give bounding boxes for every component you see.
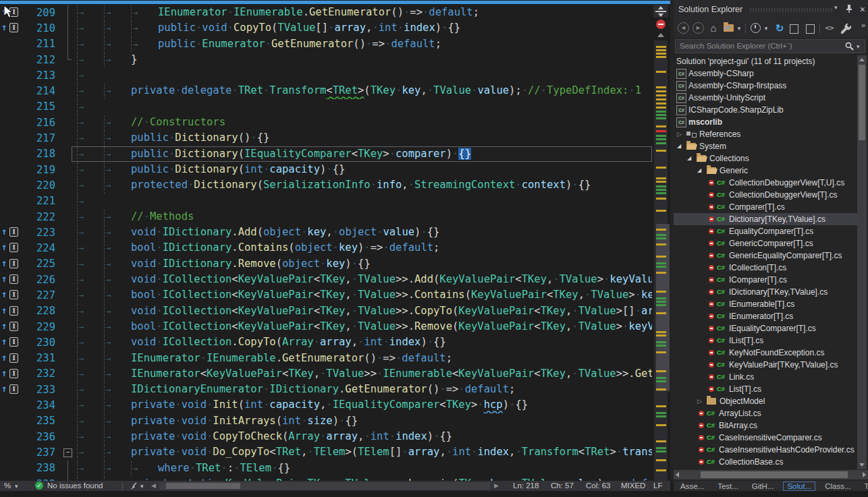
- code-text[interactable]: →→bool·ICollection<KeyValuePair<TKey,·TV…: [72, 319, 652, 334]
- back-icon[interactable]: ◄: [678, 22, 689, 34]
- scroll-up-arrow[interactable]: [657, 33, 664, 37]
- tree-row-arraylist-cs[interactable]: C#ArrayList.cs: [674, 407, 857, 419]
- line-number[interactable]: 230: [18, 337, 62, 349]
- properties-wrench-icon[interactable]: [840, 22, 852, 34]
- implements-interface-icon[interactable]: ↑I: [0, 20, 18, 36]
- tree-row-solution-project-gui-11-of-11-projects-[interactable]: Solution 'project-gui' (11 of 11 project…: [674, 55, 857, 67]
- code-line-224[interactable]: ↑I224→→bool·IDictionary.Contains(object·…: [0, 240, 652, 256]
- scrollbar-thumb[interactable]: [166, 483, 240, 489]
- implements-interface-icon[interactable]: ↑I: [0, 287, 18, 303]
- sync-dropdown-icon[interactable]: ▾: [736, 22, 742, 34]
- code-line-212[interactable]: 212→→}: [0, 52, 652, 67]
- line-number[interactable]: 217: [18, 132, 62, 144]
- line-number[interactable]: 221: [18, 195, 62, 207]
- editor-split-handle-icon[interactable]: [653, 5, 668, 18]
- line-number[interactable]: 238: [18, 462, 62, 474]
- code-text[interactable]: →→}: [72, 52, 652, 67]
- tree-row-idictionary-tkey-tvalue-cs[interactable]: C#IDictionary[TKey,TValue].cs: [674, 286, 857, 298]
- line-number[interactable]: 233: [18, 384, 62, 396]
- line-number[interactable]: 218: [18, 148, 62, 160]
- panel-tab-solut[interactable]: Solut...: [783, 481, 815, 491]
- editor-vertical-scrollbar[interactable]: [652, 0, 670, 481]
- tree-row-caseinsensitivehashcodeprovider-cs[interactable]: C#CaseInsensitiveHashCodeProvider.cs: [674, 444, 857, 456]
- code-text[interactable]: →: [72, 99, 652, 115]
- line-number[interactable]: 227: [18, 289, 62, 301]
- code-line-223[interactable]: ↑I223→→void·IDictionary.Add(object·key,·…: [0, 225, 652, 240]
- code-text[interactable]: →→→IEnumerator·IEnumerable.GetEnumerator…: [72, 5, 652, 20]
- tree-row-ilist-t-cs[interactable]: C#IList[T].cs: [674, 334, 857, 347]
- code-cleanup-broom-icon[interactable]: [130, 482, 139, 490]
- cleanup-dropdown-icon[interactable]: ▾: [140, 483, 147, 490]
- line-number[interactable]: 235: [18, 415, 62, 427]
- implements-interface-icon[interactable]: ↑I: [0, 319, 18, 334]
- sync-with-active-document-icon[interactable]: ⇄: [724, 24, 734, 32]
- line-number[interactable]: 210: [18, 22, 62, 34]
- tree-row-iequalitycomparer-t-cs[interactable]: C#IEqualityComparer[T].cs: [674, 322, 857, 334]
- line-number[interactable]: 211: [18, 38, 62, 50]
- code-text[interactable]: →→private·void·CopyToCheck(Array·array,·…: [72, 429, 652, 444]
- panel-tab-class[interactable]: Class...: [821, 482, 855, 490]
- tree-row-assembly-csharp[interactable]: C#Assembly-CSharp: [674, 67, 857, 80]
- tree-row-references[interactable]: ▷References: [674, 128, 857, 140]
- expander-expanded-icon[interactable]: ◢: [677, 143, 681, 150]
- tree-horizontal-scrollbar[interactable]: [674, 470, 868, 479]
- line-number[interactable]: 222: [18, 211, 62, 223]
- code-line-227[interactable]: ↑I227→→bool·ICollection<KeyValuePair<TKe…: [0, 287, 652, 303]
- expander-collapsed-icon[interactable]: ▷: [697, 398, 702, 405]
- tree-row-collections[interactable]: ◢Collections: [674, 152, 857, 165]
- code-text[interactable]: →→//·Constructors: [72, 115, 652, 130]
- code-line-228[interactable]: ↑I228→→void·ICollection<KeyValuePair<TKe…: [0, 303, 652, 319]
- code-text[interactable]: →→void·ICollection.CopyTo(Array·array,·i…: [72, 334, 652, 350]
- code-line-211[interactable]: 211→→→public·Enumerator·GetEnumerator()·…: [0, 36, 652, 52]
- code-line-214[interactable]: 214→→private·delegate·TRet·Transform<TRe…: [0, 83, 652, 98]
- tree-row-collectiondebuggerview-t-cs[interactable]: C#CollectionDebuggerView[T].cs: [674, 189, 857, 201]
- code-text[interactable]: →→public·Dictionary()·{}: [72, 130, 652, 146]
- code-line-226[interactable]: ↑I226→→void·ICollection<KeyValuePair<TKe…: [0, 272, 652, 287]
- collapse-all-icon[interactable]: [790, 22, 802, 34]
- implements-interface-icon[interactable]: ↑I: [0, 351, 18, 366]
- filter-dropdown-icon[interactable]: ▾: [763, 22, 769, 34]
- code-area[interactable]: ↑I209→→→IEnumerator·IEnumerable.GetEnume…: [0, 3, 652, 481]
- code-text[interactable]: →→IEnumerator<KeyValuePair<TKey,·TValue>…: [72, 366, 652, 382]
- code-text[interactable]: →→void·ICollection<KeyValuePair<TKey,·TV…: [72, 303, 652, 319]
- tree-row-list-t-cs[interactable]: C#List[T].cs: [674, 383, 857, 395]
- code-line-234[interactable]: 234→→private·void·Init(int·capacity,·IEq…: [0, 397, 652, 413]
- panel-tab-asse[interactable]: Asse...: [676, 482, 708, 490]
- tree-row-system[interactable]: ◢System: [674, 140, 857, 152]
- line-number[interactable]: 228: [18, 305, 62, 317]
- code-line-219[interactable]: 219→→public·Dictionary(int·capacity)·{}: [0, 162, 652, 177]
- tree-row-icsharpcode-sharpziplib[interactable]: C#ICSharpCode.SharpZipLib: [674, 104, 857, 116]
- tree-row-mscorlib[interactable]: C#mscorlib: [674, 116, 857, 128]
- line-number[interactable]: 226: [18, 274, 62, 286]
- scrollbar-thumb[interactable]: [859, 65, 865, 140]
- code-line-213[interactable]: 213→: [0, 67, 652, 83]
- tree-row-collectionbase-cs[interactable]: C#CollectionBase.cs: [674, 456, 857, 468]
- code-line-235[interactable]: 235→→private·void·InitArrays(int·size)·{…: [0, 413, 652, 429]
- code-line-217[interactable]: 217→→public·Dictionary()·{}: [0, 130, 652, 146]
- zoom-dropdown-icon[interactable]: ▾: [15, 483, 22, 490]
- search-options-dropdown-icon[interactable]: ▾: [857, 43, 863, 50]
- forward-icon[interactable]: ►: [693, 22, 704, 34]
- code-text[interactable]: →→bool·ICollection<KeyValuePair<TKey,·TV…: [72, 287, 652, 303]
- code-line-221[interactable]: 221→: [0, 194, 652, 209]
- code-text[interactable]: →→private·static·KeyValuePair<TKey,·TVal…: [72, 476, 652, 481]
- code-line-220[interactable]: 220→→protected·Dictionary(SerializationI…: [0, 177, 652, 193]
- code-text[interactable]: →→private·delegate·TRet·Transform<TRet>(…: [72, 83, 652, 98]
- code-line-236[interactable]: 236→→private·void·CopyToCheck(Array·arra…: [0, 429, 652, 444]
- code-line-218[interactable]: 218→→public·Dictionary(IEqualityComparer…: [0, 146, 652, 162]
- code-line-231[interactable]: ↑I231→→IEnumerator·IEnumerable.GetEnumer…: [0, 351, 652, 366]
- code-text[interactable]: →→private·void·InitArrays(int·size)·{}: [72, 413, 652, 429]
- code-line-215[interactable]: 215→: [0, 99, 652, 115]
- code-text[interactable]: →→void·IDictionary.Remove(object·key)·{}: [72, 256, 652, 272]
- tree-row-objectmodel[interactable]: ▷ObjectModel: [674, 395, 857, 407]
- tree-row-dictionary-tkey-tvalue-cs[interactable]: C#Dictionary[TKey,TValue].cs: [674, 213, 857, 225]
- line-number[interactable]: 229: [18, 321, 62, 333]
- code-text[interactable]: →→bool·IDictionary.Contains(object·key)·…: [72, 240, 652, 256]
- code-text[interactable]: →→private·void·Init(int·capacity,·IEqual…: [72, 397, 652, 413]
- line-number[interactable]: 214: [18, 85, 62, 97]
- panel-tab-test[interactable]: Test...: [713, 482, 742, 490]
- tree-row-keyvaluepair-tkey-tvalue-cs[interactable]: C#KeyValuePair[TKey,TValue].cs: [674, 359, 857, 371]
- code-text[interactable]: →→private·void·Do_CopyTo<TRet,·TElem>(TE…: [72, 444, 652, 460]
- code-text[interactable]: →→→where·TRet·:·TElem·{}: [72, 461, 652, 476]
- toolbar-overflow-icon[interactable]: »: [857, 19, 868, 31]
